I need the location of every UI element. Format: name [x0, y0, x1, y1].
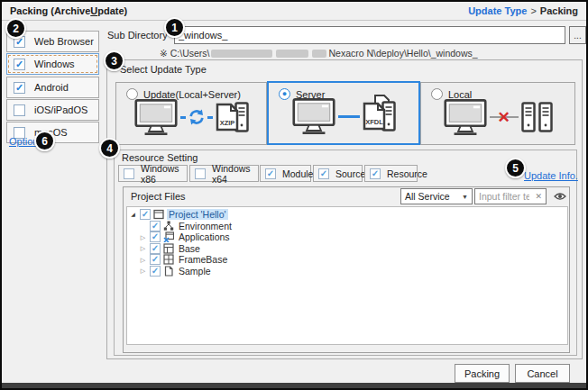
service-filter-dropdown[interactable]: All Service ▼	[400, 188, 473, 204]
resource-item-module[interactable]: ✓ Module	[260, 165, 311, 182]
update-type-option-update[interactable]: Update(Local+Server) XZIP	[115, 82, 267, 145]
tree-item-label: FrameBase	[177, 254, 229, 265]
base-icon	[163, 243, 174, 254]
update-info-link[interactable]: Update Info.	[524, 170, 578, 181]
resource-setting-label: Resource Setting	[120, 152, 199, 163]
tree-row-base[interactable]: ▷ ✓ Base	[127, 243, 567, 255]
bottom-strip	[0, 383, 588, 390]
resource-item-label: Windows x64	[212, 163, 258, 185]
project-files-tree[interactable]: ◢ ✓ Project 'Hello' ✓ Environment ▷ ✓ Ap…	[126, 206, 568, 345]
sub-directory-input[interactable]	[174, 26, 565, 44]
sidebar-item-label: Android	[34, 82, 69, 93]
resource-item-windows-x86[interactable]: Windows x86	[118, 165, 188, 182]
sidebar-item-label: Windows	[34, 59, 75, 69]
dialog-title: Packing (ArchiveUpdate)	[10, 5, 127, 16]
callout-1: 1	[164, 17, 185, 38]
xfdl-file-icon: XFDL	[363, 102, 386, 131]
resource-item-label: Resource	[387, 168, 427, 179]
applications-checkbox[interactable]: ✓	[150, 231, 161, 242]
chevron-down-icon: ▼	[462, 194, 468, 200]
eye-icon	[554, 192, 566, 201]
preview-button[interactable]	[550, 188, 569, 204]
environment-icon	[163, 221, 174, 231]
collapsed-arrow-icon[interactable]: ▷	[139, 234, 147, 240]
ios-checkbox[interactable]	[14, 104, 25, 116]
breadcrumb-current: Packing	[540, 5, 578, 16]
xzip-file-icon: XZIP	[216, 103, 239, 132]
project-files-title: Project Files	[131, 191, 186, 202]
callout-3: 3	[104, 50, 124, 71]
tree-row-project[interactable]: ◢ ✓ Project 'Hello'	[127, 209, 567, 221]
filter-field: ✕	[474, 188, 547, 204]
project-icon	[153, 209, 164, 220]
breadcrumb: Update Type>Packing	[468, 5, 578, 16]
resource-item-label: Source	[335, 168, 365, 179]
sample-checkbox[interactable]: ✓	[150, 266, 161, 277]
framebase-icon	[163, 254, 174, 265]
base-checkbox[interactable]: ✓	[150, 243, 161, 254]
callout-5: 5	[505, 158, 526, 178]
deploy-path: ※ C:\Users\ Nexacro N\deploy\Hello\_wind…	[160, 48, 478, 59]
tree-item-label: Sample	[177, 266, 213, 277]
tree-item-label: Applications	[177, 231, 232, 242]
connector-line	[207, 116, 213, 119]
windows-x86-checkbox[interactable]	[124, 168, 134, 179]
browse-button[interactable]: ...	[569, 26, 586, 44]
project-checkbox[interactable]: ✓	[140, 209, 151, 220]
update-type-option-server[interactable]: ● Server XFDL	[267, 81, 420, 145]
windows-checkbox[interactable]: ✓	[14, 59, 25, 70]
windows-x64-checkbox[interactable]	[195, 168, 206, 179]
tree-item-label: Project 'Hello'	[167, 209, 228, 220]
update-type-option-local[interactable]: Local ✕	[420, 82, 575, 145]
tree-row-framebase[interactable]: ▷ ✓ FrameBase	[127, 254, 567, 266]
project-files-header: Project Files All Service ▼ ✕	[124, 187, 569, 205]
resource-checkbox[interactable]: ✓	[370, 168, 381, 179]
monitor-icon	[292, 97, 335, 135]
update-type-link[interactable]: Update Type	[468, 5, 527, 16]
select-update-type-label: Select Update Type	[120, 64, 207, 75]
cancel-button[interactable]: Cancel	[515, 364, 570, 383]
resource-item-label: Module	[282, 168, 313, 179]
redacted-path-segment	[312, 50, 326, 58]
connector-line	[180, 116, 186, 119]
tree-row-applications[interactable]: ▷ ✓ Applications	[127, 231, 567, 243]
callout-4: 4	[99, 138, 120, 159]
tree-item-label: Base	[177, 243, 202, 254]
svg-text:XZIP: XZIP	[219, 119, 234, 127]
filter-input[interactable]	[475, 191, 529, 202]
callout-2: 2	[5, 18, 26, 39]
framebase-checkbox[interactable]: ✓	[150, 254, 161, 265]
sidebar-item-windows[interactable]: ✓ Windows	[6, 53, 99, 75]
resource-item-windows-x64[interactable]: Windows x64	[189, 165, 259, 182]
sample-icon	[163, 266, 174, 277]
tree-row-environment[interactable]: ✓ Environment	[127, 221, 567, 232]
sidebar-item-android[interactable]: ✓ Android	[6, 77, 99, 98]
sidebar-item-ios[interactable]: iOS/iPadOS	[6, 99, 99, 121]
resource-item-label: Windows x86	[141, 163, 187, 185]
module-checkbox[interactable]: ✓	[265, 168, 276, 179]
environment-checkbox[interactable]: ✓	[150, 221, 161, 231]
android-checkbox[interactable]: ✓	[14, 82, 25, 94]
source-checkbox[interactable]: ✓	[318, 168, 329, 179]
applications-icon	[163, 231, 174, 242]
resource-item-source[interactable]: ✓ Source	[313, 165, 363, 182]
tree-row-sample[interactable]: ▷ ✓ Sample	[127, 266, 567, 277]
monitor-icon	[134, 98, 178, 136]
callout-6: 6	[34, 131, 55, 151]
collapsed-arrow-icon[interactable]: ▷	[139, 257, 147, 263]
sidebar-item-label: iOS/iPadOS	[34, 104, 87, 115]
project-files-panel: Project Files All Service ▼ ✕ ◢ ✓ Projec…	[123, 186, 570, 353]
packing-dialog: Packing (ArchiveUpdate) Update Type>Pack…	[0, 0, 588, 390]
monitor-icon	[444, 98, 487, 136]
red-x-icon: ✕	[497, 108, 510, 127]
collapsed-arrow-icon[interactable]: ▷	[139, 245, 147, 251]
clear-filter-icon[interactable]: ✕	[535, 192, 542, 201]
titlebar: Packing (ArchiveUpdate) Update Type>Pack…	[2, 2, 586, 21]
sub-directory-label: Sub Directory	[107, 30, 168, 41]
packing-button[interactable]: Packing	[455, 364, 510, 383]
resource-item-resource[interactable]: ✓ Resource	[364, 165, 418, 182]
collapsed-arrow-icon[interactable]: ▷	[139, 268, 147, 274]
redacted-path-segment	[211, 50, 272, 58]
expanded-arrow-icon[interactable]: ◢	[129, 212, 137, 217]
sidebar-item-label: Web Browser	[34, 36, 94, 47]
